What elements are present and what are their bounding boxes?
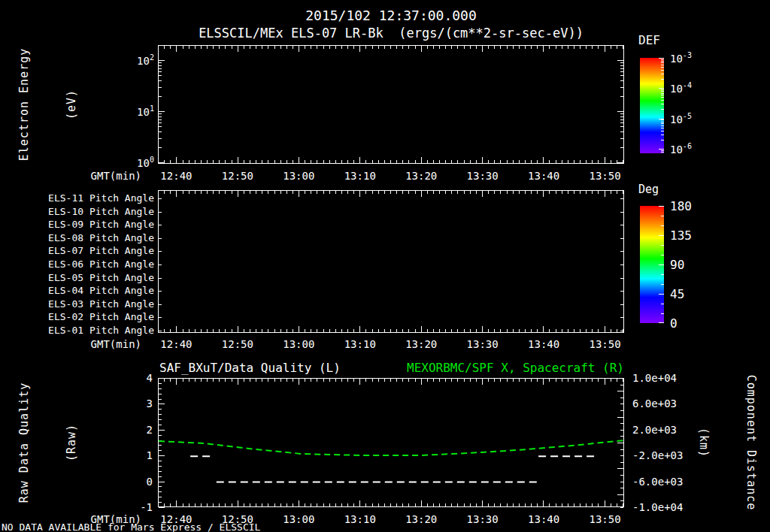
x-tick: [586, 329, 587, 332]
x-tick: [238, 46, 238, 52]
x-tick: [213, 191, 214, 194]
colorbar-tick: [661, 89, 664, 90]
x-tick: [623, 46, 623, 49]
x-tick: [568, 329, 568, 332]
x-tick: [549, 191, 550, 194]
x-tick: [470, 191, 471, 194]
colorbar-tick: [661, 123, 664, 124]
colorbar-tick: [661, 70, 664, 71]
x-tick: [372, 191, 373, 194]
x-tick: [359, 46, 360, 52]
pitch-row-label: ELS-08 Pitch Angle: [48, 232, 154, 243]
pitch-row-label: ELS-02 Pitch Angle: [48, 311, 154, 322]
x-tick: [549, 46, 550, 49]
x-tick: [176, 191, 177, 197]
colorbar-tick: [661, 74, 664, 74]
timestamp-title: 2015/102 12:37:00.000: [158, 8, 624, 23]
x-tick: [225, 160, 226, 163]
x-tick: [390, 160, 391, 163]
y-tick: [620, 65, 623, 66]
spacecraft-series-title: MEXORBMC/SPF X, Spacecraft (R): [407, 361, 624, 375]
x-tick: [451, 191, 452, 194]
colorbar-tick: [661, 109, 664, 110]
x-tick: [396, 329, 397, 332]
x-tick: [543, 46, 544, 52]
x-tick-label: 13:20: [395, 513, 447, 525]
x-tick: [176, 46, 177, 52]
y-tick: [159, 62, 162, 63]
y-tick: [159, 291, 162, 292]
y-tick: [620, 113, 623, 114]
x-tick: [415, 160, 416, 163]
x-tick: [439, 329, 440, 332]
x-tick: [433, 329, 434, 332]
y-tick: [159, 116, 162, 117]
y-tick: [159, 278, 162, 279]
x-tick: [250, 46, 250, 49]
x-tick: [433, 160, 434, 163]
x-tick: [482, 326, 483, 332]
colorbar-tick: [661, 131, 664, 131]
y-tick: [617, 60, 623, 61]
x-tick: [311, 46, 311, 49]
x-tick: [329, 46, 330, 49]
x-tick: [280, 191, 281, 194]
x-tick: [562, 329, 562, 332]
x-tick-label: 13:30: [456, 338, 509, 350]
y-tick: [620, 131, 623, 132]
colorbar-tick: [659, 294, 664, 295]
x-tick: [556, 46, 556, 49]
colorbar-tick: [661, 100, 664, 101]
energy-spectrogram-panel: [158, 45, 624, 164]
x-tick: [359, 326, 360, 332]
x-tick: [341, 46, 342, 49]
x-tick: [244, 46, 244, 49]
x-tick: [408, 191, 409, 194]
colorbar-tick: [661, 119, 664, 120]
x-tick: [549, 329, 550, 332]
colorbar-tick: [661, 135, 664, 135]
x-tick: [525, 191, 526, 194]
x-tick: [219, 329, 220, 332]
y-tick: [617, 162, 623, 163]
x-tick: [457, 160, 458, 163]
quality-tick-label: 1: [130, 449, 153, 461]
gmt-label-middle: GMT(min): [91, 338, 141, 350]
y-tick: [620, 291, 623, 292]
y-tick: [620, 119, 623, 120]
x-tick: [568, 46, 568, 49]
x-tick: [207, 191, 208, 194]
x-tick: [457, 46, 458, 49]
colorbar-tick: [661, 128, 664, 128]
x-tick: [311, 191, 311, 194]
quality-distance-panel: [158, 378, 624, 507]
quality-tick-label: 0: [130, 476, 153, 488]
x-tick: [299, 46, 299, 52]
x-tick: [415, 329, 416, 332]
x-tick: [170, 46, 171, 49]
x-tick: [390, 191, 391, 194]
x-tick: [598, 329, 599, 332]
x-tick: [470, 160, 471, 163]
x-tick: [433, 46, 434, 49]
x-tick: [507, 329, 508, 332]
x-tick-label: 13:00: [272, 513, 325, 525]
colorbar-tick: [661, 65, 664, 65]
x-tick: [543, 191, 544, 197]
x-tick: [256, 46, 256, 49]
pitch-row-label: ELS-10 Pitch Angle: [48, 206, 154, 217]
x-tick: [562, 160, 562, 163]
deg-tick-label: 90: [670, 258, 684, 272]
x-tick: [305, 160, 305, 163]
y-tick: [159, 68, 162, 69]
x-tick: [482, 46, 483, 52]
x-tick: [488, 160, 489, 163]
colorbar-tick: [659, 88, 664, 89]
x-tick-label: 13:40: [517, 513, 570, 525]
x-tick: [317, 191, 317, 194]
x-tick: [433, 191, 434, 194]
y-tick: [159, 87, 162, 88]
colorbar-tick: [659, 149, 664, 150]
x-tick: [580, 191, 581, 194]
x-tick: [598, 191, 599, 194]
